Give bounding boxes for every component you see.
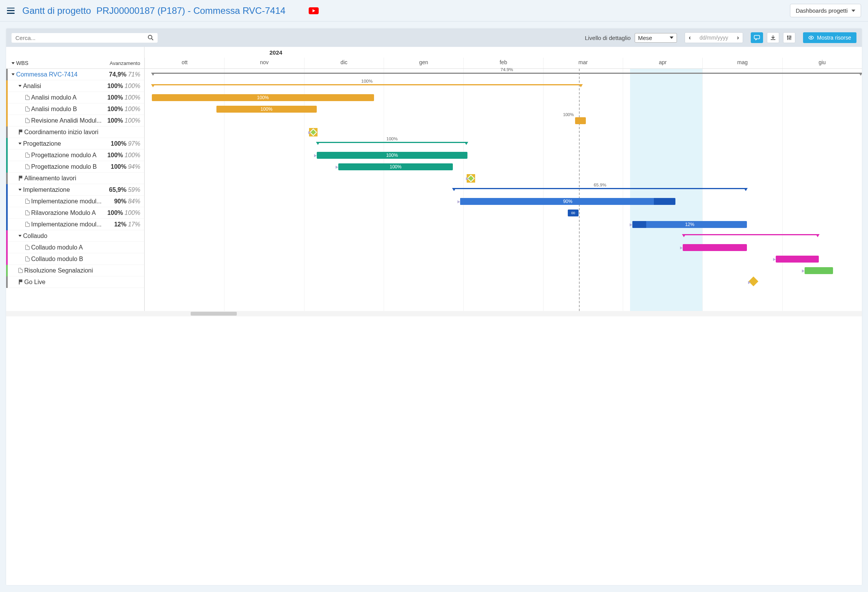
progress-column-header[interactable]: Avanzamento — [106, 60, 144, 66]
progress-cell: 100%100% — [106, 117, 144, 124]
wbs-row-name[interactable]: Analisi — [6, 83, 106, 90]
flag-icon — [18, 176, 23, 181]
gantt-task-bar[interactable]: 90% — [460, 198, 675, 205]
wbs-row-name[interactable]: Progettazione modulo B — [6, 163, 106, 170]
app-header: Gantt di progetto PRJ00000187 (P187) - C… — [0, 0, 868, 22]
wbs-row-name[interactable]: Progettazione — [6, 140, 106, 147]
wbs-row-name[interactable]: Commessa RVC-7414 — [6, 71, 106, 78]
progress-cell: 100%100% — [106, 210, 144, 216]
task-icon — [25, 164, 30, 169]
menu-icon[interactable] — [7, 8, 15, 14]
task-icon — [25, 106, 30, 111]
month-header: mag — [702, 58, 782, 68]
page-title: Gantt di progetto — [22, 5, 91, 16]
progress-cell: 12%17% — [106, 221, 144, 228]
wbs-row-name[interactable]: Implementazione — [6, 186, 106, 193]
task-icon — [25, 245, 30, 250]
wbs-row-name[interactable]: Rilavorazione Modulo A — [6, 210, 106, 216]
search-input[interactable] — [15, 35, 148, 41]
wbs-row-name[interactable]: Collaudo modulo A — [6, 244, 106, 251]
svg-line-1 — [151, 38, 153, 40]
svg-point-7 — [789, 38, 790, 39]
scroll-thumb[interactable] — [191, 312, 237, 316]
progress-cell: 100%100% — [106, 83, 144, 90]
gantt-task-bar[interactable]: 100% — [338, 163, 453, 170]
progress-cell: 100%100% — [106, 94, 144, 101]
wbs-row-name[interactable]: Go Live — [6, 279, 106, 286]
flag-icon — [18, 279, 23, 284]
wbs-row-name[interactable]: Progettazione modulo A — [6, 152, 106, 159]
gantt-task-bar[interactable] — [805, 267, 833, 274]
gantt-task-bar[interactable]: 100% — [317, 152, 467, 159]
date-input[interactable]: dd/mm/yyyy — [695, 35, 733, 41]
gantt-summary-bar[interactable]: 100% — [152, 84, 582, 85]
wbs-row-name[interactable]: Implementazione modul... — [6, 198, 106, 205]
search-input-wrap[interactable] — [12, 33, 158, 43]
search-icon — [148, 35, 154, 41]
gantt-task-bar[interactable] — [683, 244, 747, 251]
detail-level-select[interactable]: Mese — [635, 33, 677, 43]
wbs-row-name[interactable]: Revisione Analidi Modul... — [6, 117, 106, 124]
svg-point-10 — [810, 37, 812, 38]
expand-icon[interactable] — [12, 73, 15, 75]
task-icon — [25, 153, 30, 158]
settings-button[interactable] — [783, 32, 795, 43]
wbs-row-name[interactable]: Risoluzione Segnalazioni — [6, 267, 106, 274]
wbs-row-name[interactable]: Collaudo — [6, 233, 106, 239]
wbs-row-name[interactable]: Implementazione mdoul... — [6, 221, 106, 228]
wbs-row-name[interactable]: Coordinamento inizio lavori — [6, 129, 106, 136]
expand-icon[interactable] — [18, 235, 22, 237]
gantt-summary-bar[interactable]: 74.9% — [152, 73, 862, 74]
expand-icon[interactable] — [18, 189, 22, 191]
month-header: dic — [304, 58, 384, 68]
month-header: apr — [623, 58, 702, 68]
progress-cell: 100%100% — [106, 106, 144, 113]
dashboards-label: Dashboards progetti — [796, 7, 848, 14]
wbs-row-name[interactable]: Allineamento lavori — [6, 175, 106, 182]
current-month-band — [630, 69, 703, 311]
gantt-summary-bar[interactable] — [683, 234, 819, 235]
svg-point-6 — [787, 36, 788, 37]
date-prev-icon[interactable]: ‹ — [689, 34, 691, 41]
gantt-summary-bar[interactable]: 100% — [317, 142, 467, 143]
wbs-row-name[interactable]: Analisi modulo A — [6, 94, 106, 101]
task-icon — [25, 210, 30, 215]
month-header: gen — [384, 58, 463, 68]
gantt-task-bar[interactable]: 100% — [152, 94, 374, 101]
progress-cell: 65,9%59% — [106, 186, 144, 193]
month-header: mar — [543, 58, 623, 68]
comments-toggle[interactable] — [751, 32, 763, 43]
gantt-summary-bar[interactable]: 65.9% — [453, 188, 747, 189]
progress-cell: 74,9%71% — [106, 71, 144, 78]
progress-cell: 90%84% — [106, 198, 144, 205]
task-icon — [25, 199, 30, 204]
today-line — [579, 69, 580, 311]
task-icon — [25, 222, 30, 227]
gantt-task-bar[interactable]: 12% — [632, 221, 747, 228]
progress-cell: 100%97% — [106, 140, 144, 147]
youtube-icon[interactable] — [309, 7, 319, 14]
project-title[interactable]: PRJ00000187 (P187) - Commessa RVC-7414 — [96, 5, 286, 16]
task-icon — [25, 118, 30, 123]
task-icon — [25, 95, 30, 100]
wbs-row-name[interactable]: Collaudo modulo B — [6, 256, 106, 263]
expand-icon[interactable] — [18, 143, 22, 145]
gantt-task-bar[interactable]: 100% — [216, 106, 317, 113]
gantt-task-bar[interactable]: 00 — [568, 210, 579, 216]
expand-icon[interactable] — [18, 85, 22, 87]
toolbar: Livello di dettaglio Mese ‹ dd/mm/yyyy ›… — [6, 28, 862, 47]
task-icon — [18, 268, 23, 273]
date-navigator[interactable]: ‹ dd/mm/yyyy › — [685, 32, 743, 43]
task-icon — [25, 256, 30, 261]
gantt-task-bar[interactable] — [575, 117, 586, 124]
date-next-icon[interactable]: › — [737, 34, 739, 41]
gantt-task-bar[interactable] — [776, 256, 819, 263]
wbs-row-name[interactable]: Analisi modulo B — [6, 106, 106, 113]
horizontal-scrollbar[interactable] — [6, 311, 862, 316]
show-resources-button[interactable]: Mostra risorse — [803, 32, 856, 43]
dashboards-dropdown[interactable]: Dashboards progetti — [790, 4, 861, 17]
export-button[interactable] — [767, 32, 779, 43]
wbs-column-header[interactable]: WBS — [6, 60, 106, 66]
chevron-down-icon — [851, 10, 855, 12]
month-header: ott — [145, 58, 224, 68]
